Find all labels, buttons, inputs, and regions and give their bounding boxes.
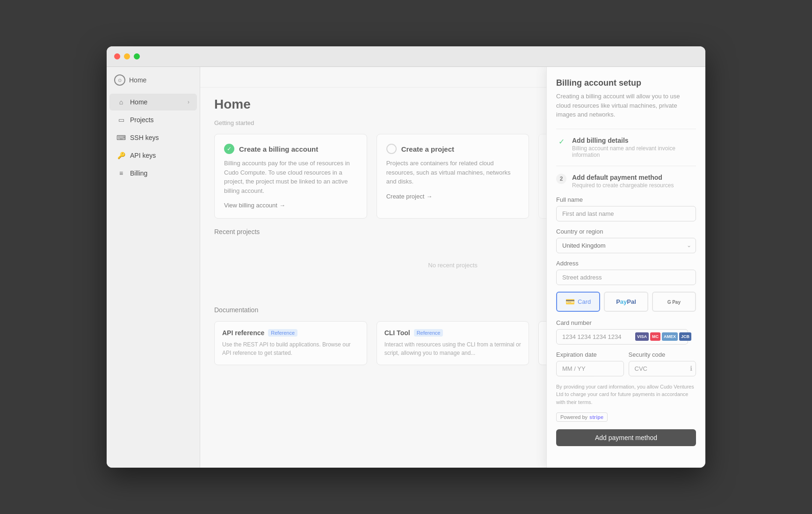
card-title: Create a project bbox=[401, 145, 454, 153]
step-number: 2 bbox=[556, 174, 566, 184]
api-key-icon: 🔑 bbox=[117, 151, 125, 160]
step-1-indicator: ✓ bbox=[556, 137, 566, 147]
check-icon: ✓ bbox=[558, 137, 565, 146]
doc-card-title: CLI Tool bbox=[384, 329, 410, 337]
country-select[interactable]: United Kingdom bbox=[556, 238, 696, 253]
expiry-label: Expiration date bbox=[556, 351, 624, 358]
step-2-content: Add default payment method Required to c… bbox=[572, 174, 674, 189]
address-input[interactable] bbox=[556, 270, 696, 285]
paypal-icon: PayPal bbox=[616, 298, 636, 305]
payment-tab-googlepay[interactable]: G Pay bbox=[652, 292, 696, 312]
main-content: 🔍 Search resources... Home Getting start… bbox=[200, 67, 705, 468]
sidebar-item-ssh-keys[interactable]: ⌨ SSH keys bbox=[109, 129, 197, 146]
sidebar-item-label: Home bbox=[130, 98, 147, 106]
create-billing-card: ✓ Create a billing account Billing accou… bbox=[214, 134, 367, 219]
country-label: Country or region bbox=[556, 228, 696, 235]
doc-card-desc: Interact with resources using the CLI fr… bbox=[384, 340, 522, 357]
consent-text: By providing your card information, you … bbox=[556, 383, 696, 406]
maximize-button[interactable] bbox=[134, 53, 140, 59]
view-billing-link[interactable]: View billing account → bbox=[224, 202, 357, 209]
payment-tab-card[interactable]: 💳 Card bbox=[556, 292, 600, 312]
panel-subtitle: Creating a billing account will allow yo… bbox=[556, 92, 696, 119]
card-title: Create a billing account bbox=[239, 145, 318, 153]
doc-card-desc: Use the REST API to build applications. … bbox=[222, 340, 359, 357]
incomplete-icon bbox=[386, 144, 397, 154]
doc-badge: Reference bbox=[268, 329, 297, 337]
security-input-wrapper: ℹ bbox=[629, 361, 696, 376]
country-group: Country or region United Kingdom ⌄ bbox=[556, 228, 696, 253]
billing-icon: ≡ bbox=[117, 169, 125, 177]
expiry-group: Expiration date bbox=[556, 351, 624, 376]
create-project-card: Create a project Projects are containers… bbox=[377, 134, 529, 219]
step-1-content: Add billing details Billing account name… bbox=[572, 137, 696, 158]
minimize-button[interactable] bbox=[124, 53, 130, 59]
arrow-icon: → bbox=[426, 193, 432, 200]
sidebar-navigation: ⌂ Home › ▭ Projects ⌨ SSH keys 🔑 API key… bbox=[107, 93, 200, 182]
create-project-link[interactable]: Create project → bbox=[386, 193, 520, 200]
title-bar bbox=[107, 46, 705, 67]
arrow-icon: → bbox=[279, 202, 285, 209]
chevron-right-icon: › bbox=[188, 99, 189, 105]
panel-title: Billing account setup bbox=[556, 78, 696, 88]
ssh-icon: ⌨ bbox=[117, 133, 125, 142]
step-1-label: Add billing details bbox=[572, 137, 696, 144]
payment-tabs: 💳 Card PayPal G Pay bbox=[556, 292, 696, 312]
sidebar-item-projects[interactable]: ▭ Projects bbox=[109, 111, 197, 128]
panel-divider bbox=[556, 166, 696, 166]
recent-projects-label: Recent projects bbox=[214, 228, 260, 235]
address-group: Address bbox=[556, 260, 696, 285]
sidebar-item-label: SSH keys bbox=[130, 134, 159, 141]
traffic-lights bbox=[114, 53, 140, 59]
stripe-badge: Powered by stripe bbox=[556, 412, 608, 422]
doc-badge: Reference bbox=[414, 329, 443, 337]
card-number-wrapper: VISA MC AMEX JCB bbox=[556, 329, 696, 345]
address-label: Address bbox=[556, 260, 696, 267]
expiry-input[interactable] bbox=[556, 361, 624, 376]
info-icon: ℹ bbox=[690, 365, 692, 372]
step-2: 2 Add default payment method Required to… bbox=[556, 174, 696, 189]
card-number-label: Card number bbox=[556, 319, 696, 326]
step-2-description: Required to create chargeable resources bbox=[572, 182, 674, 189]
card-number-group: Card number VISA MC AMEX JCB bbox=[556, 319, 696, 345]
card-description: Billing accounts pay for the use of reso… bbox=[224, 159, 357, 195]
cli-tool-card: CLI Tool Reference Interact with resourc… bbox=[377, 321, 529, 365]
doc-card-title: API reference bbox=[222, 329, 264, 337]
sidebar-item-label: Projects bbox=[130, 116, 154, 124]
logo-icon: ⊙ bbox=[114, 74, 125, 86]
billing-panel: Billing account setup Creating a billing… bbox=[546, 67, 705, 468]
card-icons: VISA MC AMEX JCB bbox=[635, 332, 691, 341]
stripe-brand: stripe bbox=[589, 414, 603, 420]
card-description: Projects are containers for related clou… bbox=[386, 159, 520, 186]
sidebar-item-label: API keys bbox=[130, 152, 156, 159]
sidebar: ⊙ Home ⌂ Home › ▭ Projects ⌨ SSH keys bbox=[107, 67, 200, 468]
amex-icon: AMEX bbox=[662, 332, 678, 341]
panel-divider bbox=[556, 129, 696, 129]
security-group: Security code ℹ bbox=[629, 351, 696, 376]
sidebar-item-billing[interactable]: ≡ Billing bbox=[109, 165, 197, 182]
api-reference-card: API reference Reference Use the REST API… bbox=[214, 321, 367, 365]
card-icon: 💳 bbox=[566, 297, 575, 306]
completed-icon: ✓ bbox=[224, 144, 234, 154]
home-icon: ⌂ bbox=[117, 98, 125, 106]
projects-icon: ▭ bbox=[117, 116, 125, 124]
payment-tab-card-label: Card bbox=[578, 298, 591, 305]
sidebar-item-label: Billing bbox=[130, 169, 147, 177]
sidebar-logo-label: Home bbox=[129, 76, 146, 84]
step-2-label: Add default payment method bbox=[572, 174, 674, 181]
step-2-indicator: 2 bbox=[556, 174, 566, 184]
stripe-label: Powered by bbox=[560, 414, 587, 420]
sidebar-item-api-keys[interactable]: 🔑 API keys bbox=[109, 147, 197, 164]
google-pay-icon: G Pay bbox=[667, 298, 681, 305]
security-code-input[interactable] bbox=[629, 361, 696, 376]
payment-tab-paypal[interactable]: PayPal bbox=[604, 292, 648, 312]
full-name-input[interactable] bbox=[556, 206, 696, 221]
sidebar-item-home[interactable]: ⌂ Home › bbox=[109, 94, 197, 110]
jcb-icon: JCB bbox=[679, 332, 691, 341]
security-label: Security code bbox=[629, 351, 696, 358]
add-payment-button[interactable]: Add payment method bbox=[556, 429, 696, 446]
close-button[interactable] bbox=[114, 53, 120, 59]
visa-icon: VISA bbox=[635, 332, 649, 341]
full-name-label: Full name bbox=[556, 196, 696, 203]
full-name-group: Full name bbox=[556, 196, 696, 221]
mastercard-icon: MC bbox=[650, 332, 660, 341]
